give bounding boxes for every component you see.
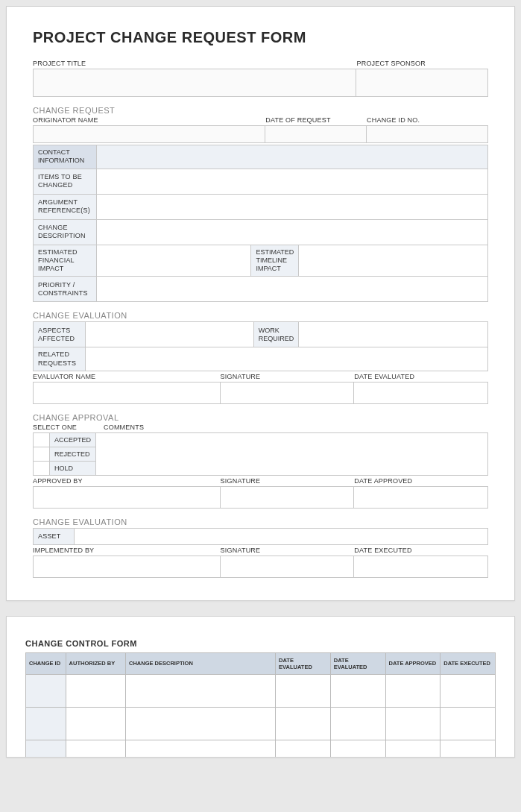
ccf-cell-date-approved[interactable] <box>385 674 441 707</box>
impl-sig-labels: IMPLEMENTED BY SIGNATURE DATE EXECUTED <box>33 547 488 556</box>
project-header-inputs <box>33 69 488 97</box>
related-input[interactable] <box>86 347 488 371</box>
ccf-cell-date-eval2[interactable] <box>330 740 385 758</box>
evaluator-name-input[interactable] <box>33 382 221 404</box>
ccf-cell-change-desc[interactable] <box>126 740 276 758</box>
ccf-cell-date-approved[interactable] <box>385 740 441 758</box>
change-id-label: CHANGE ID NO. <box>367 116 488 125</box>
date-approved-label: DATE APPROVED <box>354 477 488 486</box>
ccf-cell-date-eval2[interactable] <box>330 674 385 707</box>
originator-input[interactable] <box>33 125 265 143</box>
implemented-by-label: IMPLEMENTED BY <box>33 547 221 556</box>
impl-signature-label: SIGNATURE <box>221 547 355 556</box>
project-sponsor-input[interactable] <box>356 69 488 97</box>
related-label: RELATED REQUESTS <box>34 347 86 371</box>
project-title-label: PROJECT TITLE <box>33 60 356 69</box>
est-timeline-input[interactable] <box>299 245 488 277</box>
ccf-cell-date-eval1[interactable] <box>276 707 331 740</box>
items-input[interactable] <box>97 169 488 194</box>
ccf-cell-authorized-by[interactable] <box>66 740 125 758</box>
ccf-cell-date-executed[interactable] <box>441 707 496 740</box>
date-approved-input[interactable] <box>354 486 488 509</box>
comments-label: COMMENTS <box>104 424 144 432</box>
evaluator-inputs <box>33 382 488 404</box>
ccf-cell-authorized-by[interactable] <box>66 707 125 740</box>
originator-label: ORIGINATOR NAME <box>33 116 265 125</box>
date-executed-label: DATE EXECUTED <box>354 547 488 556</box>
ccf-h-date-executed: DATE EXECUTED <box>441 652 496 674</box>
ccf-cell-date-eval1[interactable] <box>276 674 331 707</box>
approved-by-input[interactable] <box>33 486 221 509</box>
asset-input[interactable] <box>75 528 488 544</box>
ccf-cell-date-eval1[interactable] <box>276 740 331 758</box>
est-financial-input[interactable] <box>97 245 251 277</box>
ccf-h-date-eval1: DATE EVALUATED <box>276 652 331 674</box>
argument-ref-input[interactable] <box>97 194 488 219</box>
asset-table: ASSET <box>33 528 488 545</box>
est-financial-label: ESTIMATED FINANCIAL IMPACT <box>34 245 97 277</box>
ccf-cell-date-eval2[interactable] <box>330 707 385 740</box>
date-executed-input[interactable] <box>354 556 488 578</box>
approval-table: ACCEPTED REJECTED HOLD <box>33 432 488 476</box>
ccf-cell-change-id[interactable] <box>26 674 66 707</box>
evaluator-name-label: EVALUATOR NAME <box>33 373 221 382</box>
change-desc-input[interactable] <box>97 219 488 245</box>
contact-info-input[interactable] <box>97 145 488 169</box>
work-required-label: WORK REQUIRED <box>253 322 299 347</box>
aspects-input[interactable] <box>86 322 254 347</box>
ccf-cell-date-executed[interactable] <box>441 740 496 758</box>
section-change-approval: CHANGE APPROVAL <box>33 413 488 422</box>
rejected-label: REJECTED <box>50 447 96 461</box>
project-change-request-form: PROJECT CHANGE REQUEST FORM PROJECT TITL… <box>6 6 515 601</box>
ccf-cell-change-id[interactable] <box>26 740 66 758</box>
ccf-cell-change-desc[interactable] <box>126 674 276 707</box>
change-id-input[interactable] <box>367 125 488 143</box>
ccf-cell-date-executed[interactable] <box>441 674 496 707</box>
ccf-row <box>26 740 496 758</box>
ccf-cell-change-desc[interactable] <box>126 707 276 740</box>
hold-label: HOLD <box>50 461 96 475</box>
priority-input[interactable] <box>97 277 488 302</box>
section-change-request: CHANGE REQUEST <box>33 106 488 115</box>
ccf-cell-change-id[interactable] <box>26 707 66 740</box>
impl-signature-input[interactable] <box>221 556 355 578</box>
date-of-request-label: DATE OF REQUEST <box>265 116 367 125</box>
ccf-h-date-eval2: DATE EVALUATED <box>330 652 385 674</box>
eval-signature-input[interactable] <box>221 382 355 404</box>
evaluator-labels: EVALUATOR NAME SIGNATURE DATE EVALUATED <box>33 373 488 382</box>
comments-input[interactable] <box>96 432 488 475</box>
section-change-evaluation: CHANGE EVALUATION <box>33 311 488 320</box>
originator-row-inputs <box>33 125 488 143</box>
approval-sig-inputs <box>33 486 488 509</box>
approval-signature-label: SIGNATURE <box>221 477 355 486</box>
approval-signature-input[interactable] <box>221 486 355 509</box>
select-one-label: SELECT ONE <box>33 424 104 432</box>
project-sponsor-label: PROJECT SPONSOR <box>356 60 488 69</box>
est-timeline-label: ESTIMATED TIMELINE IMPACT <box>251 245 299 277</box>
accepted-checkbox[interactable] <box>34 432 50 447</box>
form-title: PROJECT CHANGE REQUEST FORM <box>33 29 488 46</box>
ccf-row <box>26 674 496 707</box>
ccf-cell-authorized-by[interactable] <box>66 674 125 707</box>
items-label: ITEMS TO BE CHANGED <box>34 169 97 194</box>
date-evaluated-input[interactable] <box>354 382 488 404</box>
ccf-h-change-id: CHANGE ID <box>26 652 66 674</box>
ccf-cell-date-approved[interactable] <box>385 707 441 740</box>
change-evaluation-table: ASPECTS AFFECTED WORK REQUIRED RELATED R… <box>33 321 488 371</box>
approval-headers: SELECT ONE COMMENTS <box>33 424 488 432</box>
eval-signature-label: SIGNATURE <box>221 373 355 382</box>
work-required-input[interactable] <box>299 322 488 347</box>
approval-sig-labels: APPROVED BY SIGNATURE DATE APPROVED <box>33 477 488 486</box>
date-of-request-input[interactable] <box>265 125 367 143</box>
section-change-evaluation2: CHANGE EVALUATION <box>33 517 488 526</box>
rejected-checkbox[interactable] <box>34 447 50 461</box>
change-control-form: CHANGE CONTROL FORM CHANGE ID AUTHORIZED… <box>6 616 515 758</box>
ccf-table: CHANGE ID AUTHORIZED BY CHANGE DESCRIPTI… <box>25 652 496 758</box>
hold-checkbox[interactable] <box>34 461 50 475</box>
project-title-input[interactable] <box>33 69 356 97</box>
ccf-row <box>26 707 496 740</box>
ccf-h-date-approved: DATE APPROVED <box>385 652 441 674</box>
ccf-h-authorized-by: AUTHORIZED BY <box>66 652 125 674</box>
ccf-title: CHANGE CONTROL FORM <box>25 639 496 648</box>
implemented-by-input[interactable] <box>33 556 221 578</box>
